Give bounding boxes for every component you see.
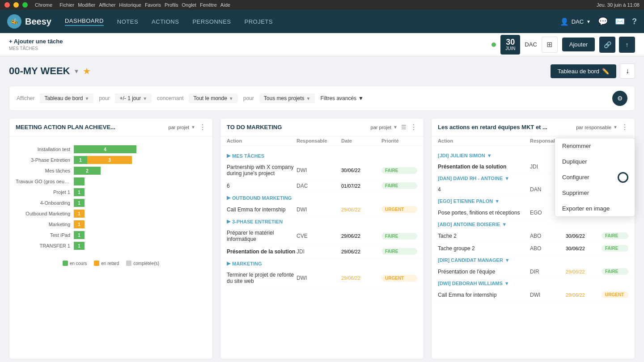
download-button[interactable]: ↓ bbox=[620, 63, 635, 79]
late-section-header[interactable]: [DWI] DEBORAH WILLIAMS ▼ bbox=[432, 278, 635, 289]
nav-dashboard[interactable]: DASHBOARD bbox=[65, 17, 104, 26]
filter-projets[interactable]: Tous mes projets ▼ bbox=[259, 93, 315, 103]
nav-projets[interactable]: PROJETS bbox=[245, 18, 273, 25]
late-par-badge[interactable]: par responsable ▼ bbox=[576, 125, 618, 130]
nav-personnes[interactable]: PERSONNES bbox=[192, 18, 231, 25]
todo-date: 29/06/22 bbox=[341, 249, 381, 254]
late-section-title: [EGO] ETIENNE PALON bbox=[438, 198, 493, 204]
chat-icon[interactable]: 💬 bbox=[598, 17, 608, 26]
pencil-icon: ✏️ bbox=[602, 68, 609, 75]
filter-tableau-bord[interactable]: Tableau de bord ▼ bbox=[40, 93, 93, 103]
nav-left: 🐝 Beesy DASHBOARD NOTES ACTIONS PERSONNE… bbox=[7, 14, 273, 29]
logo[interactable]: 🐝 Beesy bbox=[7, 14, 51, 29]
filter-icon[interactable]: ☰ bbox=[401, 124, 407, 130]
filtres-avances[interactable]: Filtres avancés ▼ bbox=[320, 95, 364, 101]
todo-section-header[interactable]: ▶ MARKETING bbox=[220, 258, 424, 269]
menu-fichier[interactable]: Fichier bbox=[59, 2, 74, 8]
tableau-button[interactable]: Tableau de bord ✏️ bbox=[551, 64, 616, 78]
menu-aide[interactable]: Aide bbox=[220, 2, 230, 8]
help-icon[interactable]: ? bbox=[632, 17, 637, 26]
late-section-header[interactable]: [DIR] CANDIDAT MANAGER ▼ bbox=[432, 255, 635, 265]
chart-container: Installation test43-Phase Entretien13Mes… bbox=[9, 141, 212, 257]
filter-period[interactable]: +/- 1 jour ▼ bbox=[115, 93, 152, 103]
context-menu-supprimer[interactable]: Supprimer bbox=[555, 185, 635, 201]
chart-bar-label: Projet 1 bbox=[16, 189, 74, 195]
chart-bars: 1 bbox=[74, 231, 206, 239]
filter4-label: Tous mes projets bbox=[264, 95, 305, 101]
late-section-header[interactable]: [ABO] ANTOINE BOISERIE ▼ bbox=[432, 219, 635, 230]
concernant-label: concernant bbox=[157, 95, 183, 101]
chart-row: Mes tâches2 bbox=[16, 167, 206, 175]
nav-actions[interactable]: ACTIONS bbox=[152, 18, 179, 25]
late-section-title: [DWI] DEBORAH WILLIAMS bbox=[438, 281, 503, 286]
todo-section-header[interactable]: ▶ OUTBOUND MARKETING bbox=[220, 192, 424, 203]
late-section-title: [DAN] DAVID RH - ANTOINE bbox=[438, 176, 503, 181]
context-configurer-label: Configurer bbox=[562, 174, 589, 181]
settings-button[interactable]: ⚙ bbox=[612, 91, 627, 106]
status-badge: FAIRE bbox=[381, 248, 417, 255]
chevron-down-icon[interactable]: ▼ bbox=[74, 68, 80, 75]
chart-legend: en cours en retard complétée(s) bbox=[9, 257, 212, 268]
filter2-label: +/- 1 jour bbox=[119, 95, 141, 101]
share-icon-btn[interactable]: ↑ bbox=[619, 37, 635, 53]
link-icon-btn[interactable]: 🔗 bbox=[599, 37, 615, 53]
ajouter-button[interactable]: Ajouter bbox=[562, 38, 595, 51]
status-badge: URGENT bbox=[381, 275, 417, 282]
bar-green bbox=[74, 177, 85, 185]
menu-modifier[interactable]: Modifier bbox=[78, 2, 95, 8]
todo-par-projet-badge[interactable]: par projet ▼ bbox=[371, 125, 398, 130]
todo-par-badge-label: par projet bbox=[371, 125, 391, 130]
legend-completee-label: complétée(s) bbox=[133, 261, 159, 266]
late-col-action: Action bbox=[438, 138, 530, 143]
bar-green: 1 bbox=[74, 231, 85, 239]
context-menu-exporter[interactable]: Exporter en image bbox=[555, 201, 635, 216]
todo-section-header[interactable]: ▶ 3-PHASE ENTRETIEN bbox=[220, 216, 424, 227]
pour2-label: pour bbox=[243, 95, 254, 101]
late-section-title: [JDI] JULIEN SIMON bbox=[438, 153, 485, 158]
add-task-area[interactable]: + Ajouter une tâche MES TÂCHES bbox=[9, 38, 63, 51]
grid-icon[interactable]: ⊞ bbox=[542, 37, 558, 53]
context-renommer-label: Renommer bbox=[562, 143, 591, 149]
chart-bars: 1 bbox=[74, 242, 206, 250]
status-badge: FAIRE bbox=[602, 245, 628, 252]
system-bar: Chrome Fichier Modifier Afficher Histori… bbox=[0, 0, 644, 10]
mail-icon[interactable]: ✉️ bbox=[615, 17, 625, 26]
menu-onglet[interactable]: Onglet bbox=[182, 2, 196, 8]
todo-resp: CVE bbox=[297, 233, 341, 239]
add-task-sub: MES TÂCHES bbox=[9, 46, 38, 51]
late-date: 30/06/22 bbox=[566, 233, 602, 239]
todo-section-header[interactable]: ▶ MES TÂCHES bbox=[220, 150, 424, 161]
menu-profils[interactable]: Profils bbox=[165, 2, 178, 8]
par-badge-label: par projet bbox=[169, 125, 189, 130]
menu-fenetre[interactable]: Fenêtre bbox=[200, 2, 217, 8]
menu-historique[interactable]: Historique bbox=[119, 2, 141, 8]
chart-row: 4-Onboarding1 bbox=[16, 199, 206, 207]
star-icon[interactable]: ★ bbox=[83, 66, 91, 76]
nav-user[interactable]: 👤 DAC ▼ bbox=[560, 17, 591, 26]
chart-bars: 13 bbox=[74, 156, 206, 164]
panel-menu-icon[interactable]: ⋮ bbox=[199, 123, 206, 131]
par-projet-badge[interactable]: par projet ▼ bbox=[169, 125, 195, 130]
chart-bar-label: TRANSFER 1 bbox=[16, 243, 74, 248]
meeting-panel-title: MEETING ACTION PLAN ACHIEVE... bbox=[16, 124, 115, 130]
todo-resp: DWI bbox=[297, 206, 341, 213]
late-resp: ABO bbox=[530, 233, 566, 239]
menu-favoris[interactable]: Favoris bbox=[145, 2, 161, 8]
menu-afficher[interactable]: Afficher bbox=[99, 2, 115, 8]
chart-bars: 1 bbox=[74, 220, 206, 228]
date-badge: 30 JUIN bbox=[500, 35, 520, 55]
tableau-btn-label: Tableau de bord bbox=[558, 68, 599, 75]
chart-bar-label: Mes tâches bbox=[16, 168, 74, 173]
nav-notes[interactable]: NOTES bbox=[117, 18, 138, 25]
todo-action-text: Partnership with X company during june's… bbox=[227, 164, 297, 177]
filter1-label: Tableau de bord bbox=[44, 95, 83, 101]
chart-row: Projet 11 bbox=[16, 188, 206, 196]
context-menu-renommer[interactable]: Renommer bbox=[555, 138, 635, 154]
todo-panel-menu[interactable]: ⋮ bbox=[410, 123, 417, 131]
context-menu-dupliquer[interactable]: Dupliquer bbox=[555, 154, 635, 169]
filter-monde[interactable]: Tout le monde ▼ bbox=[189, 93, 237, 103]
context-menu-configurer[interactable]: Configurer bbox=[555, 169, 635, 185]
chart-bars: 1 bbox=[74, 199, 206, 207]
todo-date: 01/07/22 bbox=[341, 183, 381, 189]
late-panel-menu[interactable]: ⋮ bbox=[621, 123, 628, 131]
